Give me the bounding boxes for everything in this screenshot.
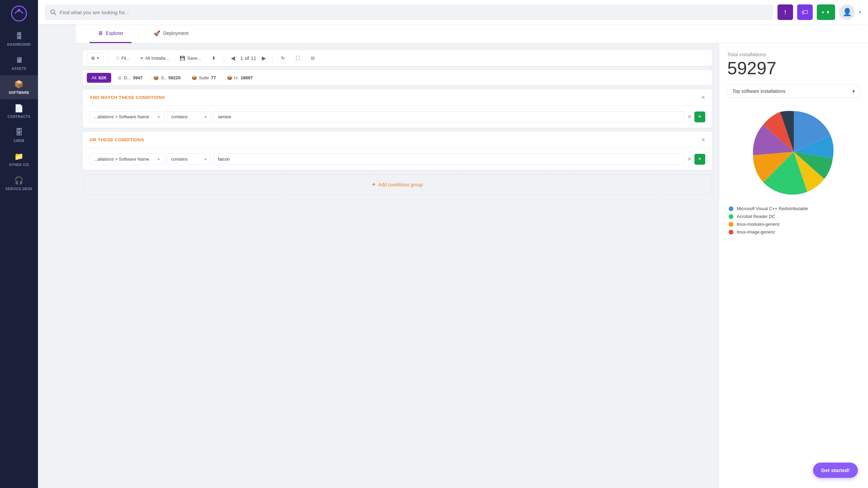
sidebar-item-dashboard[interactable]: 🎛 DASHBOARD (0, 27, 38, 51)
chart-selector[interactable]: Top software installations ▾ (727, 85, 860, 98)
search-icon (50, 9, 56, 15)
sidebar-item-assets[interactable]: 🖥 ASSETS (0, 51, 38, 75)
and-conditions-header: AND MATCH THESE CONDITIONS ✕ (83, 89, 712, 106)
avatar[interactable]: 👤 (839, 4, 855, 20)
sidebar-item-software[interactable]: 📦 SOFTWARE (0, 75, 38, 99)
sidebar-label-service-desk: SERVICE DESK (5, 187, 33, 191)
refresh-button[interactable]: ↻ (277, 53, 289, 63)
sidebar: 🎛 DASHBOARD 🖥 ASSETS 📦 SOFTWARE 📄 CONTRA… (0, 0, 38, 488)
svg-line-3 (54, 13, 56, 15)
search-input[interactable] (60, 9, 768, 15)
filter-all-label: All (92, 75, 96, 80)
grid-button[interactable]: ⊟ (307, 53, 319, 63)
sidebar-item-contracts[interactable]: 📄 CONTRACTS (0, 99, 38, 123)
or-operator-select[interactable]: contains ▾ (167, 154, 211, 165)
or-field-select[interactable]: ...allations > Software Name ▾ (90, 154, 164, 165)
notification-button[interactable]: ! (777, 4, 793, 20)
or-conditions-title: OR THESE CONDITIONS (90, 137, 144, 142)
toolbar-divider-3 (273, 54, 273, 63)
or-field-chevron-icon: ▾ (158, 157, 160, 162)
filter-button[interactable]: ▽ Fil... (112, 53, 134, 63)
search-wrapper (45, 4, 773, 20)
software-icon: 📦 (14, 80, 24, 89)
save-button[interactable]: 💾 Save... (176, 53, 205, 63)
add-button[interactable]: + ▼ (817, 4, 835, 20)
filter-suite-count: 77 (211, 75, 216, 80)
or-add-button[interactable]: + (694, 154, 705, 165)
deployment-tab-label: Deployment (163, 30, 189, 36)
tab-divider (138, 29, 139, 39)
tag-button[interactable]: 🏷 (797, 4, 813, 20)
main-content: 🖥 Explorer 🚀 Deployment ⊞ ▾ ▽ Fil... (76, 24, 868, 488)
avatar-chevron-icon[interactable]: ▾ (859, 9, 861, 15)
expand-icon: ⛶ (296, 56, 300, 61)
next-page-button[interactable]: ▶ (259, 54, 269, 63)
cmdb-icon: 🗄 (15, 128, 23, 137)
or-condition-row: ...allations > Software Name ▾ contains … (90, 154, 705, 165)
and-conditions-panel: AND MATCH THESE CONDITIONS ✕ ...allation… (83, 89, 712, 128)
of-label: of (245, 56, 249, 61)
toolbar: ⊞ ▾ ▽ Fil... ≡ All Installa... 💾 Save... (83, 50, 712, 66)
filter-d-count: 3947 (133, 75, 143, 80)
or-conditions-panel: OR THESE CONDITIONS ✕ ...allations > Sof… (83, 132, 712, 170)
legend-item-linux-modules: linux-modules-generic (729, 222, 859, 227)
contracts-icon: 📄 (14, 104, 24, 113)
legend-dot-ms-visual (729, 206, 733, 211)
refresh-icon: ↻ (281, 56, 285, 61)
or-clear-button[interactable]: ✕ (687, 156, 692, 162)
tab-deployment[interactable]: 🚀 Deployment (145, 24, 197, 43)
and-conditions-close-button[interactable]: ✕ (701, 94, 705, 101)
sidebar-item-cmdb[interactable]: 🗄 CMDB (0, 123, 38, 147)
and-field-select[interactable]: ...allations > Software Name ▾ (90, 111, 164, 122)
filter-u-label: U. (234, 75, 239, 80)
filter-s-count: 59220 (168, 75, 180, 80)
filter-d-icon: 🖥 (117, 75, 122, 80)
and-field-chevron-icon: ▾ (158, 115, 160, 119)
and-value-input[interactable] (214, 111, 685, 122)
get-started-button[interactable]: Get started! (813, 463, 858, 478)
tag-icon: 🏷 (802, 8, 808, 16)
service-desk-icon: 🎧 (14, 176, 24, 185)
and-operator-label: contains (171, 114, 188, 119)
and-clear-button[interactable]: ✕ (687, 114, 692, 120)
chart-selector-label: Top software installations (732, 88, 785, 94)
download-button[interactable]: ⬇ (208, 53, 220, 63)
total-installations-label: Total installations (727, 52, 860, 57)
expand-button[interactable]: ⛶ (292, 53, 304, 63)
filter-tab-s[interactable]: 📦 S.. 59220 (149, 73, 185, 83)
add-conditions-label: Add conditions group (378, 182, 423, 187)
dashboard-icon: 🎛 (15, 32, 23, 41)
tab-explorer[interactable]: 🖥 Explorer (90, 24, 132, 43)
legend-label-linux-modules: linux-modules-generic (737, 222, 780, 227)
or-conditions-close-button[interactable]: ✕ (701, 137, 705, 143)
filter-tab-d[interactable]: 🖥 D... 3947 (113, 73, 147, 83)
filter-tabs: All 82K 🖥 D... 3947 📦 S.. 59220 📦 Suite … (83, 70, 712, 85)
view-toggle-button[interactable]: ⊞ ▾ (87, 53, 103, 63)
filter-all-count: 82K (98, 75, 106, 80)
filter-tab-all[interactable]: All 82K (87, 73, 111, 83)
legend-label-acrobat: Acrobat Reader DC (737, 214, 775, 219)
filter-tab-suite[interactable]: 📦 Suite 77 (187, 73, 221, 83)
page-current: 1 (240, 56, 243, 61)
toolbar-divider-1 (107, 54, 108, 63)
explorer-tab-icon: 🖥 (98, 30, 103, 36)
legend-label-ms-visual: Microsoft Visual C++ Redistributable (737, 206, 808, 211)
sidebar-item-service-desk[interactable]: 🎧 SERVICE DESK (0, 171, 38, 196)
and-add-button[interactable]: + (694, 111, 705, 122)
chart-selector-chevron-icon: ▾ (852, 88, 855, 94)
sidebar-logo (0, 0, 38, 27)
layers-button[interactable]: ≡ All Installa... (137, 53, 173, 63)
save-icon: 💾 (180, 56, 185, 61)
filter-tab-u[interactable]: 📦 U. 18897 (222, 73, 258, 83)
pagination: 1 of 11 (240, 56, 256, 61)
layers-label: All Installa... (145, 56, 169, 61)
save-label: Save... (187, 56, 201, 61)
view-chevron-icon: ▾ (97, 56, 99, 60)
sidebar-item-other-cis[interactable]: 📁 OTHER CIs (0, 147, 38, 171)
pie-chart (746, 104, 841, 199)
or-conditions-header: OR THESE CONDITIONS ✕ (83, 132, 712, 148)
or-value-input[interactable] (214, 154, 685, 165)
prev-page-button[interactable]: ◀ (228, 54, 238, 63)
add-conditions-group-button[interactable]: + Add conditions group (83, 174, 712, 195)
and-operator-select[interactable]: contains ▾ (167, 111, 211, 122)
